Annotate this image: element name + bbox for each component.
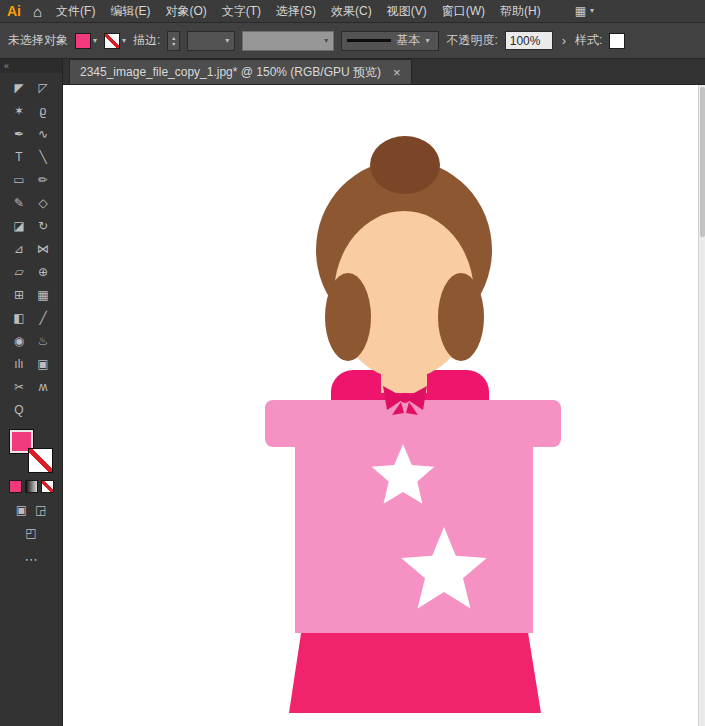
lasso-tool[interactable]: ϱ bbox=[31, 99, 55, 122]
eraser-tool[interactable]: ◪ bbox=[7, 214, 31, 237]
vertical-scrollbar[interactable] bbox=[698, 85, 705, 726]
main-area: « ◤◸✶ϱ✒∿T╲▭✏✎◇◪↻⊿⋈▱⊕⊞▦◧╱◉♨ılı▣✂ʍQ ▣ ◲ ◰ … bbox=[0, 59, 705, 726]
stroke-weight-stepper[interactable]: ▴ ▾ bbox=[167, 31, 180, 51]
symbol-sprayer-tool[interactable]: ♨ bbox=[31, 329, 55, 352]
shape-builder-tool[interactable]: ⊕ bbox=[31, 260, 55, 283]
variable-width-profile-select[interactable]: ▾ bbox=[242, 31, 334, 51]
mesh-tool[interactable]: ▦ bbox=[31, 283, 55, 306]
free-transform-tool[interactable]: ▱ bbox=[7, 260, 31, 283]
selection-status: 未选择对象 bbox=[8, 32, 68, 49]
stroke-style-select[interactable]: 基本 ▾ bbox=[341, 31, 439, 51]
stroke-color-picker[interactable]: ▾ bbox=[104, 33, 126, 49]
paintbrush-tool[interactable]: ✏ bbox=[31, 168, 55, 191]
stroke-none-swatch bbox=[104, 33, 120, 49]
home-icon[interactable]: ⌂ bbox=[33, 4, 42, 19]
menu-view[interactable]: 视图(V) bbox=[387, 3, 427, 20]
chevron-down-icon: ▾ bbox=[93, 37, 97, 45]
hair-bun-shape bbox=[370, 136, 440, 194]
zoom-tool[interactable]: Q bbox=[7, 398, 31, 421]
style-label: 样式: bbox=[575, 32, 602, 49]
document-tab[interactable]: 2345_image_file_copy_1.jpg* @ 150% (RGB/… bbox=[69, 59, 412, 84]
perspective-grid-tool[interactable]: ⊞ bbox=[7, 283, 31, 306]
stroke-color-box[interactable] bbox=[28, 448, 53, 473]
app-logo: Ai bbox=[7, 3, 21, 19]
skirt-shape bbox=[289, 620, 541, 713]
control-bar: 未选择对象 ▾ ▾ 描边: ▴ ▾ ▾ ▾ 基本 ▾ 不透明度: 100% › … bbox=[0, 23, 705, 59]
none-mode-button[interactable] bbox=[41, 480, 54, 493]
tools-grid: ◤◸✶ϱ✒∿T╲▭✏✎◇◪↻⊿⋈▱⊕⊞▦◧╱◉♨ılı▣✂ʍQ bbox=[7, 76, 55, 421]
hair-lock-left bbox=[325, 273, 371, 361]
magic-wand-tool[interactable]: ✶ bbox=[7, 99, 31, 122]
document-tab-title: 2345_image_file_copy_1.jpg* @ 150% (RGB/… bbox=[80, 64, 381, 81]
menu-select[interactable]: 选择(S) bbox=[276, 3, 316, 20]
more-tools-button[interactable]: ⋯ bbox=[25, 552, 38, 567]
menubar: Ai ⌂ 文件(F)编辑(E)对象(O)文字(T)选择(S)效果(C)视图(V)… bbox=[0, 0, 705, 23]
document-area: 2345_image_file_copy_1.jpg* @ 150% (RGB/… bbox=[63, 59, 705, 726]
fill-color-picker[interactable]: ▾ bbox=[75, 33, 97, 49]
document-tabbar: 2345_image_file_copy_1.jpg* @ 150% (RGB/… bbox=[63, 59, 705, 85]
expand-panel-icon[interactable]: › bbox=[562, 33, 566, 48]
opacity-label: 不透明度: bbox=[446, 32, 497, 49]
hair-lock-right bbox=[438, 273, 484, 361]
gradient-tool[interactable]: ◧ bbox=[7, 306, 31, 329]
curvature-tool[interactable]: ∿ bbox=[31, 122, 55, 145]
close-tab-icon[interactable]: × bbox=[393, 65, 401, 80]
screen-mode-button[interactable]: ◰ bbox=[25, 526, 36, 540]
chevron-down-icon: ▾ bbox=[425, 37, 429, 45]
opacity-input[interactable]: 100% bbox=[505, 31, 553, 50]
chevron-down-icon: ▾ bbox=[324, 37, 328, 45]
pen-tool[interactable]: ✒ bbox=[7, 122, 31, 145]
menu-help[interactable]: 帮助(H) bbox=[500, 3, 541, 20]
line-segment-tool[interactable]: ╲ bbox=[31, 145, 55, 168]
tools-panel: « ◤◸✶ϱ✒∿T╲▭✏✎◇◪↻⊿⋈▱⊕⊞▦◧╱◉♨ılı▣✂ʍQ ▣ ◲ ◰ … bbox=[0, 59, 63, 726]
workspace-grid-icon: ▦ bbox=[575, 4, 586, 18]
eyedropper-tool[interactable]: ╱ bbox=[31, 306, 55, 329]
draw-behind-button[interactable]: ◲ bbox=[35, 503, 46, 517]
pencil-tool[interactable]: ✎ bbox=[7, 191, 31, 214]
menu-type[interactable]: 文字(T) bbox=[222, 3, 261, 20]
selection-tool[interactable]: ◤ bbox=[7, 76, 31, 99]
fill-swatch bbox=[75, 33, 91, 49]
slice-tool[interactable]: ✂ bbox=[7, 375, 31, 398]
menu-window[interactable]: 窗口(W) bbox=[442, 3, 485, 20]
paint-mode-buttons bbox=[9, 480, 54, 493]
rotate-tool[interactable]: ↻ bbox=[31, 214, 55, 237]
scale-tool[interactable]: ⊿ bbox=[7, 237, 31, 260]
scrollbar-thumb[interactable] bbox=[700, 87, 705, 237]
draw-mode-buttons: ▣ ◲ bbox=[16, 503, 47, 517]
workspace-switcher[interactable]: ▦ ▾ bbox=[575, 4, 594, 18]
stroke-style-label: 基本 bbox=[396, 32, 420, 49]
torso-shape bbox=[295, 400, 533, 633]
collapse-panel-button[interactable]: « bbox=[0, 59, 62, 73]
stepper-down-icon: ▾ bbox=[172, 41, 175, 47]
column-graph-tool[interactable]: ılı bbox=[7, 352, 31, 375]
width-tool[interactable]: ⋈ bbox=[31, 237, 55, 260]
rectangle-tool[interactable]: ▭ bbox=[7, 168, 31, 191]
menu-effect[interactable]: 效果(C) bbox=[331, 3, 372, 20]
artwork-girl-illustration bbox=[63, 85, 698, 726]
gradient-mode-button[interactable] bbox=[25, 480, 38, 493]
illustrator-window: Ai ⌂ 文件(F)编辑(E)对象(O)文字(T)选择(S)效果(C)视图(V)… bbox=[0, 0, 705, 726]
draw-normal-button[interactable]: ▣ bbox=[16, 503, 27, 517]
stroke-weight-select[interactable]: ▾ bbox=[187, 31, 235, 51]
blend-tool[interactable]: ◉ bbox=[7, 329, 31, 352]
fill-stroke-indicator bbox=[9, 429, 53, 473]
chevron-down-icon: ▾ bbox=[590, 7, 594, 15]
menu-file[interactable]: 文件(F) bbox=[56, 3, 95, 20]
canvas[interactable] bbox=[63, 85, 705, 726]
shaper-tool[interactable]: ◇ bbox=[31, 191, 55, 214]
menu-object[interactable]: 对象(O) bbox=[165, 3, 206, 20]
color-mode-button[interactable] bbox=[9, 480, 22, 493]
stroke-weight-label: 描边: bbox=[133, 32, 160, 49]
hand-tool[interactable]: ʍ bbox=[31, 375, 55, 398]
chevron-down-icon: ▾ bbox=[122, 37, 126, 45]
direct-selection-tool[interactable]: ◸ bbox=[31, 76, 55, 99]
artboard-tool[interactable]: ▣ bbox=[31, 352, 55, 375]
type-tool[interactable]: T bbox=[7, 145, 31, 168]
menu-items: 文件(F)编辑(E)对象(O)文字(T)选择(S)效果(C)视图(V)窗口(W)… bbox=[56, 3, 541, 20]
menu-edit[interactable]: 编辑(E) bbox=[110, 3, 150, 20]
chevron-down-icon: ▾ bbox=[225, 37, 229, 45]
style-swatch[interactable] bbox=[609, 33, 625, 49]
stroke-style-preview bbox=[347, 39, 391, 42]
